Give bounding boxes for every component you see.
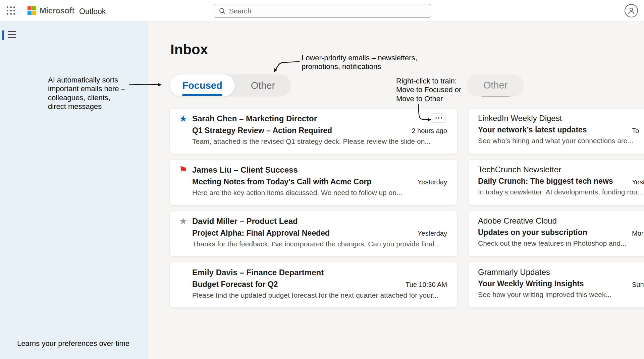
email-preview: Check out the new features in Photoshop … <box>478 239 644 247</box>
annotation-learns: Learns your preferences over time <box>17 339 151 348</box>
annotation-train: Right-click to train: Move to Focused or… <box>396 77 468 103</box>
inbox-tabs: Focused Other <box>170 74 291 97</box>
email-preview: Team, attached is the revised Q1 strateg… <box>192 137 447 145</box>
email-time: Mor <box>632 230 643 237</box>
email-sender: Sarah Chen – Marketing Director <box>192 114 317 123</box>
email-card[interactable]: Adobe Creative Cloud Updates on your sub… <box>468 211 644 256</box>
sidebar-accent-bar <box>2 30 4 40</box>
email-time: Tue 10:30 AM <box>406 281 447 289</box>
tab-focused[interactable]: Focused <box>170 74 235 97</box>
account-button[interactable] <box>625 4 638 17</box>
email-subject: Your Weekly Writing Insights <box>478 279 584 288</box>
other-column-underline <box>482 96 510 97</box>
page-title: Inbox <box>170 42 208 58</box>
email-preview: Please find the updated budget forecast … <box>192 291 447 299</box>
email-time: Yesterday <box>418 230 447 237</box>
email-preview: See who’s hiring and what your connectio… <box>478 137 644 145</box>
email-subject: Budget Forecast for Q2 <box>192 280 278 289</box>
star-icon[interactable]: ★ <box>178 216 188 226</box>
annotation-other: Lower-priority emails – newsletters, pro… <box>302 54 431 71</box>
arrow-to-other-tab <box>274 62 299 72</box>
hamburger-menu-icon[interactable] <box>8 31 16 40</box>
email-card[interactable]: LinkedIn Weekly Digest Your network’s la… <box>468 108 644 154</box>
microsoft-wordmark: Microsoft <box>40 6 74 15</box>
top-bar: Microsoft Outlook <box>0 0 644 21</box>
email-preview: In today’s newsletter: AI developments, … <box>478 188 644 196</box>
search-icon <box>219 7 226 14</box>
email-preview: Here are the key action items discussed.… <box>192 189 447 197</box>
star-icon[interactable]: ★ <box>178 114 188 124</box>
email-preview: Thanks for the feedback. I’ve incorporat… <box>192 240 447 248</box>
tab-focused-label: Focused <box>182 80 222 91</box>
email-time: To <box>632 127 639 135</box>
email-sender: Grammarly Updates <box>478 267 550 277</box>
annotation-focused: AI automatically sorts important emails … <box>48 76 129 111</box>
email-subject: Updates on your subscription <box>478 228 587 237</box>
person-icon <box>627 7 635 15</box>
email-sender: James Liu – Client Success <box>192 165 298 175</box>
email-time: Yest <box>632 178 644 186</box>
left-sidebar <box>0 21 148 359</box>
search-bar[interactable] <box>214 4 431 18</box>
email-card[interactable]: ★ David Miller – Product Lead Project Al… <box>170 211 458 256</box>
email-sender: Adobe Creative Cloud <box>478 216 557 226</box>
other-column-header[interactable]: Other <box>467 80 524 91</box>
email-time: Yesterday <box>418 178 447 186</box>
more-options-button[interactable] <box>432 113 446 123</box>
email-sender: David Miller – Product Lead <box>192 217 298 226</box>
search-input[interactable] <box>229 7 431 15</box>
other-email-list: LinkedIn Weekly Digest Your network’s la… <box>468 108 644 308</box>
email-subject: Q1 Strategy Review – Action Required <box>192 126 332 135</box>
email-subject: Daily Crunch: The biggest tech news <box>478 177 613 186</box>
microsoft-logo[interactable]: Microsoft <box>28 6 74 15</box>
no-icon <box>178 267 188 278</box>
email-sender: Emily Davis – Finance Department <box>192 268 324 277</box>
email-sender: TechCrunch Newsletter <box>478 165 561 174</box>
email-card[interactable]: ★ Sarah Chen – Marketing Director Q1 Str… <box>170 108 458 154</box>
tab-other-label: Other <box>251 80 275 91</box>
email-subject: Your network’s latest updates <box>478 125 587 134</box>
microsoft-squares-icon <box>28 6 36 15</box>
email-card[interactable]: TechCrunch Newsletter Daily Crunch: The … <box>468 160 644 205</box>
app-launcher-icon[interactable] <box>7 6 15 15</box>
flag-icon[interactable]: ⚑ <box>178 165 188 175</box>
email-card[interactable]: Grammarly Updates Your Weekly Writing In… <box>468 262 644 308</box>
tab-focused-underline <box>182 94 222 96</box>
tab-other[interactable]: Other <box>235 74 291 97</box>
email-time: Sun <box>632 281 644 289</box>
email-subject: Meeting Notes from Today’s Call with Acm… <box>192 177 372 186</box>
topbar-divider <box>72 7 73 15</box>
email-preview: See how your writing improved this week.… <box>478 291 644 299</box>
email-sender: LinkedIn Weekly Digest <box>478 114 562 123</box>
email-time: 2 hours ago <box>412 127 447 135</box>
app-name: Outlook <box>79 7 106 16</box>
focused-email-list: ★ Sarah Chen – Marketing Director Q1 Str… <box>170 108 458 308</box>
email-subject: Project Alpha: Final Approval Needed <box>192 229 330 238</box>
email-card[interactable]: Emily Davis – Finance Department Budget … <box>170 262 458 308</box>
email-card[interactable]: ⚑ James Liu – Client Success Meeting Not… <box>170 160 458 205</box>
